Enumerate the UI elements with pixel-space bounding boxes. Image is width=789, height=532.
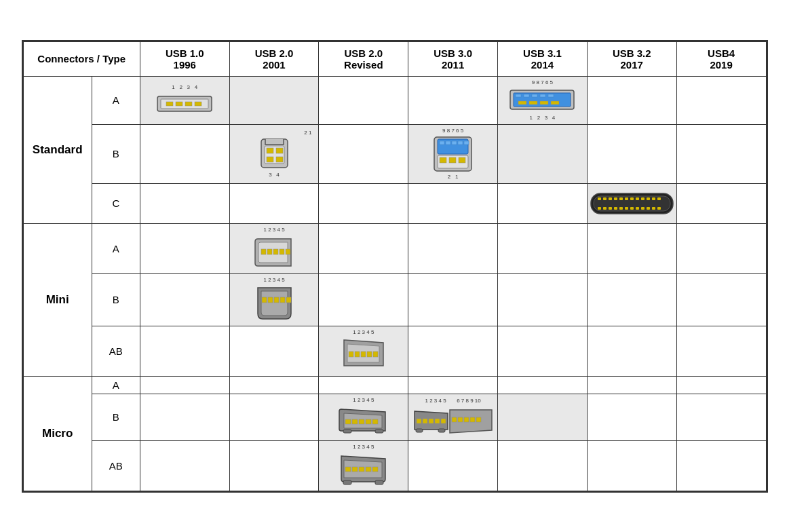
micro-ab-usb20r: 1 2 3 4 5	[319, 440, 408, 491]
mini-b-usb31	[498, 273, 588, 326]
std-b-usb20r	[319, 124, 408, 183]
standard-category: Standard	[23, 76, 92, 223]
standard-b-type: B	[92, 124, 140, 183]
svg-rect-85	[435, 419, 440, 423]
svg-rect-52	[619, 207, 623, 210]
svg-rect-81	[375, 430, 383, 433]
svg-rect-51	[614, 207, 617, 210]
std-b-usb32	[587, 124, 676, 183]
micro-a-usb31	[498, 376, 588, 394]
micro-a-usb30	[408, 376, 498, 394]
micro-b-usb32	[587, 394, 676, 440]
svg-rect-20	[276, 148, 283, 153]
svg-rect-13	[524, 94, 529, 97]
micro-ab-usb20	[229, 440, 319, 491]
svg-rect-80	[343, 430, 351, 433]
svg-rect-76	[352, 419, 358, 424]
micro-ab-usb32	[587, 440, 676, 491]
svg-rect-10	[540, 101, 548, 104]
micro-b-usb4	[676, 394, 766, 440]
svg-rect-28	[452, 141, 457, 145]
std-c-usb30	[408, 183, 498, 223]
mini-b-type: B	[92, 273, 140, 326]
svg-rect-77	[359, 419, 364, 424]
svg-rect-14	[532, 94, 537, 97]
svg-rect-11	[551, 101, 559, 104]
micro-b-usb10	[140, 394, 229, 440]
micro-a-usb20r	[319, 376, 408, 394]
svg-rect-72	[361, 352, 366, 357]
svg-rect-57	[647, 207, 650, 210]
svg-rect-59	[657, 207, 661, 210]
micro-ab-usb31	[498, 440, 588, 491]
mini-a-usb4	[676, 223, 766, 273]
mini-category: Mini	[23, 223, 92, 376]
svg-rect-49	[603, 207, 607, 210]
micro-b-usb31	[498, 394, 588, 440]
svg-rect-73	[367, 352, 372, 357]
std-b-usb30: 9 8 7 6 5	[408, 124, 498, 183]
micro-a-type: A	[92, 376, 140, 394]
svg-rect-39	[614, 197, 617, 200]
svg-rect-50	[609, 207, 612, 210]
micro-b-usb20r: 1 2 3 4 5	[319, 394, 408, 440]
svg-rect-67	[274, 297, 279, 303]
header-usb32: USB 3.22017	[587, 41, 676, 76]
std-c-usb32	[587, 183, 676, 223]
std-a-usb20	[229, 76, 319, 124]
mini-b-usb10	[140, 273, 229, 326]
svg-rect-84	[429, 419, 434, 423]
header-usb10: USB 1.01996	[140, 41, 229, 76]
mini-ab-type: AB	[92, 326, 140, 376]
svg-rect-5	[195, 102, 201, 106]
svg-rect-43	[636, 197, 639, 200]
std-a-usb10: 1 2 3 4	[140, 76, 229, 124]
std-a-usb30	[408, 76, 498, 124]
header-usb31: USB 3.12014	[498, 41, 588, 76]
svg-rect-86	[441, 419, 446, 423]
std-c-usb31	[498, 183, 588, 223]
mini-a-usb20r	[319, 223, 408, 273]
std-c-usb20r	[319, 183, 408, 223]
header-usb20r: USB 2.0Revised	[319, 41, 408, 76]
std-c-usb4	[676, 183, 766, 223]
micro-b-type: B	[92, 394, 140, 440]
svg-rect-91	[464, 417, 469, 422]
svg-rect-45	[647, 197, 650, 200]
svg-rect-88	[438, 429, 445, 432]
micro-a-usb4	[676, 376, 766, 394]
svg-rect-37	[603, 197, 607, 200]
svg-rect-30	[464, 141, 469, 145]
micro-ab-usb4	[676, 440, 766, 491]
svg-rect-75	[345, 419, 351, 424]
svg-rect-63	[280, 249, 284, 254]
svg-rect-21	[267, 157, 273, 162]
micro-b-usb30: 1 2 3 4 5 6 7 8 9 10	[408, 394, 498, 440]
svg-rect-33	[459, 157, 465, 163]
svg-rect-36	[598, 197, 601, 200]
std-a-usb20r	[319, 76, 408, 124]
svg-rect-100	[375, 480, 383, 484]
std-b-usb4	[676, 124, 766, 183]
svg-rect-40	[619, 197, 623, 200]
svg-rect-29	[458, 141, 463, 145]
std-a-usb32	[587, 76, 676, 124]
svg-rect-55	[636, 207, 639, 210]
svg-rect-54	[630, 207, 634, 210]
svg-rect-2	[166, 102, 173, 106]
svg-rect-32	[449, 157, 456, 163]
header-connectors-label: Connectors / Type	[37, 53, 126, 64]
std-c-usb10	[140, 183, 229, 223]
svg-rect-12	[516, 94, 521, 97]
mini-a-usb32	[587, 223, 676, 273]
svg-rect-41	[625, 197, 628, 200]
mini-ab-usb10	[140, 326, 229, 376]
micro-a-usb20	[229, 376, 319, 394]
svg-rect-26	[440, 141, 444, 145]
mini-b-usb32	[587, 273, 676, 326]
svg-rect-16	[548, 94, 554, 97]
micro-a-usb10	[140, 376, 229, 394]
svg-rect-31	[440, 157, 446, 163]
svg-rect-19	[267, 148, 273, 153]
standard-c-type: C	[92, 183, 140, 223]
